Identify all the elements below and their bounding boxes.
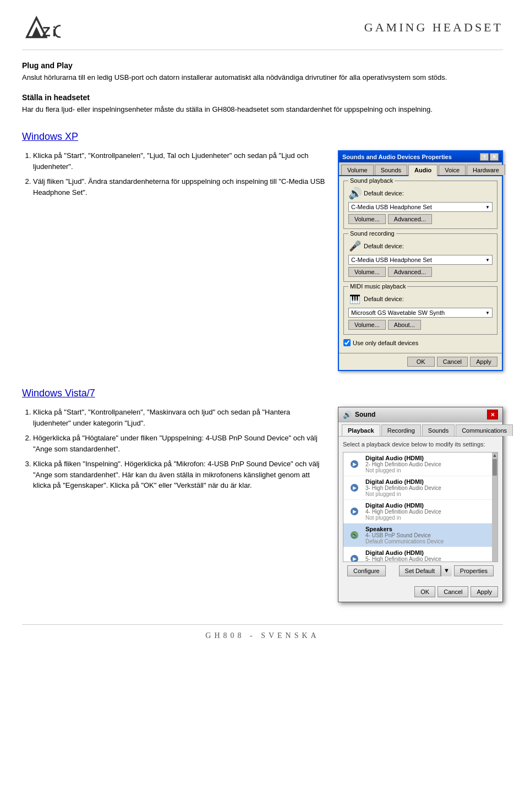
xp-midi-group: MIDI music playback 🎹 Default device: Mi… [343, 286, 497, 335]
vista-device-4-sub: 5- High Definition Audio Device [365, 556, 489, 562]
vista-scrollbar-thumb[interactable] [493, 459, 497, 476]
xp-step-1: Klicka på "Start", "Kontrollpanelen", "L… [33, 150, 327, 172]
xp-cancel-button[interactable]: Cancel [437, 357, 468, 367]
setup-section: Ställa in headsetet Har du flera ljud- e… [22, 93, 503, 115]
vista-step-2: Högerklicka på "Högtalare" under fliken … [33, 433, 327, 454]
vista-close-button[interactable]: ✕ [487, 410, 498, 419]
vista-device-2-text: Digital Audio (HDMI) 4- High Definition … [365, 502, 489, 521]
vista-device-1-sub: 3- High Definition Audio Device [365, 485, 489, 491]
vista-device-item-4[interactable]: ▶ Digital Audio (HDMI) 5- High Definitio… [343, 547, 492, 562]
xp-midi-about-button[interactable]: About... [388, 320, 421, 330]
vista-properties-button[interactable]: Properties [454, 565, 494, 576]
vista-tab-sounds[interactable]: Sounds [422, 424, 455, 436]
vista-ok-button[interactable]: OK [414, 586, 435, 597]
xp-playback-default-label: Default device: [364, 190, 404, 197]
xp-midi-arrow-icon: ▼ [485, 310, 490, 315]
xp-tab-sounds[interactable]: Sounds [375, 165, 407, 175]
xp-midi-device-name: Microsoft GS Wavetable SW Synth [351, 309, 445, 316]
xp-recording-select[interactable]: C-Media USB Headphone Set ▼ [348, 255, 493, 265]
footer-text: GH808 - Svenska [205, 631, 319, 640]
vista-device-item-3[interactable]: 🔊 Speakers 4- USB PnP Sound Device Defau… [343, 524, 492, 547]
xp-tab-hardware[interactable]: Hardware [467, 165, 505, 175]
xp-sound-recording-group: Sound recording 🎤 Default device: C-Medi… [343, 233, 497, 282]
vista-device-list: ▶ Digital Audio (HDMI) 2- High Definitio… [343, 452, 498, 562]
xp-close-button[interactable]: ✕ [490, 153, 499, 161]
xp-playback-device-name: C-Media USB Headphone Set [351, 204, 432, 210]
vista-configure-button[interactable]: Configure [347, 565, 386, 576]
vista-device-0-name: Digital Audio (HDMI) [365, 455, 489, 461]
xp-help-button[interactable]: ? [480, 153, 489, 161]
vista-device-action-buttons: Configure Set Default ▼ Properties [343, 562, 498, 580]
xp-playback-advanced-button[interactable]: Advanced... [388, 214, 432, 224]
vista-device-1-name: Digital Audio (HDMI) [365, 478, 489, 485]
windows-vista-instructions: Klicka på "Start", "Kontrollpanelen", "M… [22, 407, 327, 495]
vista-set-default-arrow-button[interactable]: ▼ [441, 565, 452, 576]
vista-set-default-group: Set Default ▼ [399, 565, 452, 576]
xp-dialog-tabs: Volume Sounds Audio Voice Hardware [339, 162, 502, 176]
xp-apply-button[interactable]: Apply [470, 357, 497, 367]
xp-checkbox-label: Use only default devices [353, 340, 418, 346]
xp-sound-playback-group: Sound playback 🔊 Default device: C-Media… [343, 181, 497, 229]
xp-midi-volume-button[interactable]: Volume... [348, 320, 386, 330]
vista-apply-button[interactable]: Apply [471, 586, 498, 597]
xp-playback-device-row: 🔊 Default device: [348, 187, 493, 200]
vista-device-0-status: Not plugged in [365, 467, 489, 473]
page-header: Z i Gaming Headset [22, 11, 503, 50]
vista-scrollbar[interactable]: ▲ ▼ [492, 453, 497, 562]
vista-set-default-button[interactable]: Set Default [399, 565, 441, 576]
vista-device-2-status: Not plugged in [365, 515, 489, 521]
xp-default-devices-checkbox[interactable] [343, 339, 351, 346]
xp-ok-button[interactable]: OK [407, 357, 435, 367]
product-title: Gaming Headset [364, 20, 503, 35]
xp-midi-device-row: 🎹 Default device: [348, 292, 493, 306]
xp-recording-advanced-button[interactable]: Advanced... [388, 267, 432, 277]
xp-recording-device-name: C-Media USB Headphone Set [351, 257, 432, 263]
windows-xp-content: Klicka på "Start", "Kontrollpanelen", "L… [22, 150, 503, 371]
windows-vista-heading: Windows Vista/7 [22, 388, 503, 399]
xp-playback-volume-button[interactable]: Volume... [348, 214, 386, 224]
xp-dialog: Sounds and Audio Devices Properties ? ✕ … [338, 150, 503, 371]
xp-tab-volume[interactable]: Volume [341, 165, 374, 175]
xp-playback-icon: 🔊 [348, 187, 362, 200]
vista-device-2-sub: 4- High Definition Audio Device [365, 509, 489, 515]
page-footer: GH808 - Svenska [22, 624, 503, 640]
vista-cancel-button[interactable]: Cancel [438, 586, 468, 597]
windows-vista-steps: Klicka på "Start", "Kontrollpanelen", "M… [22, 407, 327, 491]
xp-recording-device-row: 🎤 Default device: [348, 239, 493, 253]
svg-text:Z: Z [42, 24, 51, 39]
xp-recording-label: Sound recording [348, 230, 396, 237]
vista-device-1-text: Digital Audio (HDMI) 3- High Definition … [365, 478, 489, 497]
xp-tab-audio[interactable]: Audio [408, 165, 438, 176]
vista-tab-communications[interactable]: Communications [456, 424, 513, 436]
windows-vista-screenshot: 🔊 Sound ✕ Playback Recording Sounds Comm… [338, 407, 503, 602]
vista-tab-playback[interactable]: Playback [342, 424, 380, 436]
vista-device-4-name: Digital Audio (HDMI) [365, 549, 489, 556]
logo: Z i [22, 11, 61, 44]
xp-playback-select[interactable]: C-Media USB Headphone Set ▼ [348, 202, 493, 212]
xp-titlebar-buttons: ? ✕ [480, 153, 499, 161]
vista-dialog-body: Select a playback device below to modify… [338, 437, 502, 584]
vista-dialog-titlebar: 🔊 Sound ✕ [338, 407, 502, 422]
xp-playback-label-text: Default device: [364, 190, 404, 197]
xp-dialog-footer: OK Cancel Apply [339, 353, 502, 370]
vista-device-item-2[interactable]: ▶ Digital Audio (HDMI) 4- High Definitio… [343, 500, 492, 524]
vista-tab-recording[interactable]: Recording [381, 424, 421, 436]
xp-recording-volume-button[interactable]: Volume... [348, 267, 386, 277]
xp-tab-voice[interactable]: Voice [439, 165, 466, 175]
windows-xp-heading: Windows XP [22, 131, 503, 143]
vista-device-4-text: Digital Audio (HDMI) 5- High Definition … [365, 549, 489, 562]
vista-device-item-0[interactable]: ▶ Digital Audio (HDMI) 2- High Definitio… [343, 453, 492, 476]
vista-device-3-name: Speakers [365, 526, 489, 532]
xp-recording-buttons: Volume... Advanced... [348, 267, 493, 277]
setup-body: Har du flera ljud- eller inspelningsenhe… [22, 104, 503, 115]
vista-device-0-icon: ▶ [347, 456, 362, 472]
vista-instruction-text: Select a playback device below to modify… [343, 441, 498, 448]
svg-marker-1 [32, 26, 42, 37]
xp-dialog-body: Sound playback 🔊 Default device: C-Media… [339, 176, 502, 353]
windows-vista-section: Windows Vista/7 Klicka på "Start", "Kont… [22, 388, 503, 602]
vista-device-item-1[interactable]: ▶ Digital Audio (HDMI) 3- High Definitio… [343, 476, 492, 500]
xp-midi-default-label-text: Default device: [364, 296, 404, 302]
plug-and-play-body: Anslut hörlurarna till en ledig USB-port… [22, 72, 503, 83]
azio-logo-icon: Z i [22, 11, 61, 44]
xp-midi-select[interactable]: Microsoft GS Wavetable SW Synth ▼ [348, 308, 493, 318]
